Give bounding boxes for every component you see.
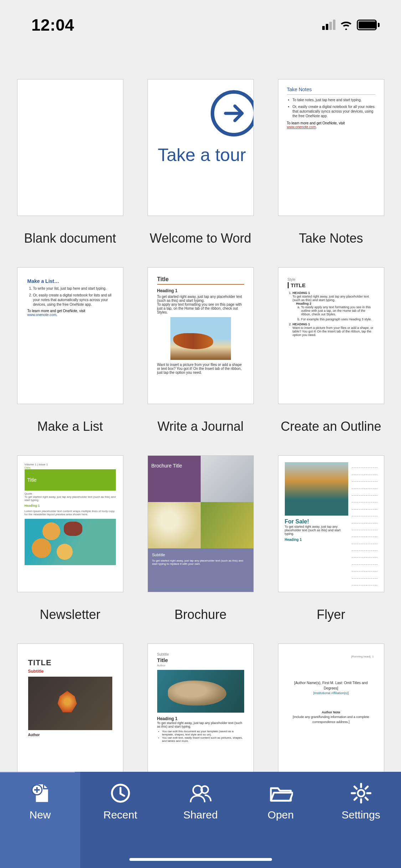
tab-label: Settings [341,809,380,821]
gear-icon [349,781,374,805]
arrow-right-icon [211,90,254,136]
photo-placeholder-icon [201,456,253,502]
template-label: Blank document [24,231,116,246]
template-label: Take Notes [299,231,363,246]
template-take-notes[interactable]: Take Notes To take notes, just tap here … [278,79,384,246]
photo-placeholder-icon [25,519,116,565]
status-time: 12:04 [31,15,74,35]
tab-recent[interactable]: Recent [80,772,160,868]
template-thumb: Take Notes To take notes, just tap here … [278,79,384,216]
tab-label: Open [268,809,294,821]
template-thumb: Style TITLE HEADING 1To get started righ… [278,267,384,404]
cellular-signal-icon [322,20,335,30]
home-indicator[interactable] [129,858,272,861]
template-photo-journal[interactable]: TITLE Subtitle Author [17,644,123,772]
tab-shared[interactable]: Shared [160,772,241,868]
template-thumb: For Sale! To get started right away, jus… [278,455,384,592]
photo-placeholder-icon [148,502,201,548]
tab-label: New [29,809,51,821]
tab-label: Shared [183,809,218,821]
template-label: Make a List [37,419,103,434]
template-newsletter[interactable]: Volume 1 | Issue 1Date Title Quote To ge… [17,455,123,622]
template-create-an-outline[interactable]: Style TITLE HEADING 1To get started righ… [278,267,384,434]
photo-placeholder-icon [157,670,244,713]
tab-label: Recent [103,809,137,821]
template-write-a-journal[interactable]: Title Heading 1 To get started right awa… [148,267,254,434]
template-label: Welcome to Word [150,231,251,246]
template-thumb [17,79,123,216]
template-thumb: TITLE Subtitle Author [17,644,123,772]
clock-icon [108,781,133,805]
thumb-text: Take a tour [148,136,253,165]
photo-placeholder-icon [170,317,231,360]
template-label: Newsletter [40,607,100,622]
template-thumb: Title Heading 1 To get started right awa… [148,267,254,404]
photo-placeholder-icon [201,502,253,548]
template-thumb: [Running head] 1 [Author Name(s), First … [278,644,384,772]
template-flyer[interactable]: For Sale! To get started right away, jus… [278,455,384,622]
template-thumb: Make a List… To write your list, just ta… [17,267,123,404]
tab-new[interactable]: New [0,772,80,868]
template-thumb: Volume 1 | Issue 1Date Title Quote To ge… [17,455,123,592]
template-label: Create an Outline [281,419,381,434]
wifi-icon [339,20,353,30]
status-icons [322,20,380,30]
svg-point-4 [358,790,364,797]
template-make-a-list[interactable]: Make a List… To write your list, just ta… [17,267,123,434]
template-mla-paper[interactable]: [Running head] 1 [Author Name(s), First … [278,644,384,772]
template-welcome-to-word[interactable]: Take a tour Welcome to Word [148,79,254,246]
template-label: Flyer [317,607,345,622]
template-blank-document[interactable]: Blank document [17,79,123,246]
battery-icon [357,20,380,30]
people-icon [188,781,213,805]
status-bar: 12:04 [0,0,401,46]
template-thumb: Subtitle Title Author Heading 1 To get s… [148,644,254,772]
template-gallery[interactable]: Blank document Take a tour Welcome to Wo… [0,46,401,772]
folder-open-icon [268,781,293,805]
template-thumb: Take a tour [148,79,254,216]
template-thumb: Brochure Title SubtitleTo get started ri… [148,455,254,592]
new-document-icon [28,781,53,805]
template-label: Write a Journal [158,419,243,434]
photo-placeholder-icon [28,677,112,730]
bottom-tab-bar: New Recent Shared Open Settings [0,772,401,868]
template-label: Brochure [174,607,226,622]
tab-settings[interactable]: Settings [321,772,401,868]
template-report[interactable]: Subtitle Title Author Heading 1 To get s… [148,644,254,772]
tab-open[interactable]: Open [241,772,321,868]
photo-placeholder-icon [285,462,348,516]
template-brochure[interactable]: Brochure Title SubtitleTo get started ri… [148,455,254,622]
